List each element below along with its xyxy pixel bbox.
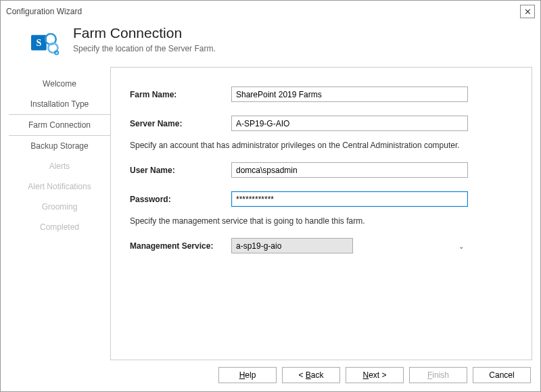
close-button[interactable]: ✕ bbox=[520, 5, 535, 18]
sidebar: Welcome Installation Type Farm Connectio… bbox=[9, 67, 110, 360]
label-user-name: User Name: bbox=[130, 166, 231, 175]
management-service-select-wrap[interactable]: ⌄ bbox=[231, 238, 468, 253]
content-panel: Farm Name: Server Name: Specify an accou… bbox=[110, 67, 532, 360]
page-title: Farm Connection bbox=[73, 25, 216, 41]
password-input[interactable] bbox=[231, 191, 468, 207]
sidebar-item-completed: Completed bbox=[9, 217, 110, 237]
farm-name-input[interactable] bbox=[231, 87, 468, 102]
finish-button: Finish bbox=[409, 367, 467, 383]
management-service-select[interactable] bbox=[231, 238, 353, 253]
header: S Farm Connection Specify the location o… bbox=[1, 18, 540, 67]
titlebar: Configuration Wizard ✕ bbox=[1, 1, 540, 18]
next-button[interactable]: Next > bbox=[346, 367, 404, 383]
svg-text:S: S bbox=[36, 38, 41, 48]
help-button[interactable]: Help bbox=[218, 367, 277, 383]
sidebar-item-installation-type[interactable]: Installation Type bbox=[9, 94, 110, 114]
admin-help-text: Specify an account that has administrato… bbox=[130, 141, 513, 150]
chevron-down-icon: ⌄ bbox=[458, 242, 464, 249]
close-icon: ✕ bbox=[524, 7, 532, 17]
row-user-name: User Name: bbox=[130, 162, 513, 178]
window-title: Configuration Wizard bbox=[6, 7, 82, 16]
row-server-name: Server Name: bbox=[130, 116, 513, 131]
body: Welcome Installation Type Farm Connectio… bbox=[1, 67, 540, 360]
server-name-input[interactable] bbox=[231, 116, 468, 131]
row-management-service: Management Service: ⌄ bbox=[130, 238, 513, 253]
label-password: Password: bbox=[130, 195, 231, 204]
sidebar-item-welcome[interactable]: Welcome bbox=[9, 74, 110, 94]
wizard-window: Configuration Wizard ✕ S Farm Connection… bbox=[0, 0, 541, 392]
page-subtitle: Specify the location of the Server Farm. bbox=[73, 44, 216, 53]
label-server-name: Server Name: bbox=[130, 119, 231, 128]
row-farm-name: Farm Name: bbox=[130, 87, 513, 102]
user-name-input[interactable] bbox=[231, 162, 468, 178]
label-farm-name: Farm Name: bbox=[130, 90, 231, 99]
sidebar-item-backup-storage[interactable]: Backup Storage bbox=[9, 136, 110, 156]
sidebar-item-farm-connection[interactable]: Farm Connection bbox=[9, 114, 110, 136]
cancel-button[interactable]: Cancel bbox=[473, 367, 531, 383]
label-management-service: Management Service: bbox=[130, 241, 231, 251]
sidebar-item-grooming: Grooming bbox=[9, 197, 110, 217]
row-password: Password: bbox=[130, 191, 513, 207]
header-text: Farm Connection Specify the location of … bbox=[73, 25, 216, 53]
sharepoint-logo-icon: S bbox=[31, 29, 60, 57]
sidebar-item-alerts: Alerts bbox=[9, 156, 110, 176]
service-help-text: Specify the management service that is g… bbox=[130, 216, 513, 226]
sidebar-item-alert-notifications: Alert Notifications bbox=[9, 176, 110, 197]
footer: Help < Back Next > Finish Cancel bbox=[1, 360, 540, 391]
back-button[interactable]: < Back bbox=[282, 367, 340, 383]
